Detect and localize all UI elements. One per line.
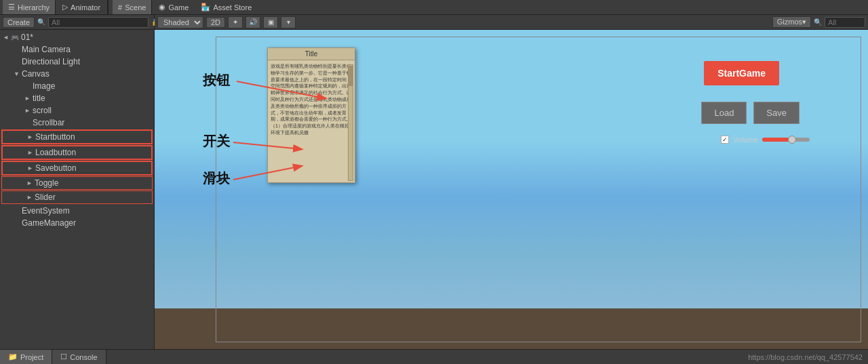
- arrow-icon: ◄: [3, 34, 11, 41]
- main-area: Create 🔍 🔒 ≡ ◄ 🎮 01* Main Camera: [0, 15, 868, 349]
- effects-button[interactable]: ▣: [263, 16, 278, 28]
- search-icon: 🔍: [37, 18, 45, 26]
- tree-item-01[interactable]: ◄ 🎮 01*: [0, 31, 154, 43]
- tree-item-toggle[interactable]: ► Toggle: [1, 176, 153, 190]
- tree-item-slider[interactable]: ► Slider: [1, 190, 153, 204]
- check-icon: ✓: [722, 136, 728, 143]
- save-button[interactable]: Save: [753, 102, 800, 124]
- bottom-bar: 📁 Project ☐ Console https://blog.csdn.ne…: [0, 349, 868, 364]
- tree-item-savebutton[interactable]: ► Savebutton: [1, 161, 153, 176]
- slider-fill: [762, 138, 789, 142]
- tab-animator[interactable]: ▷ Animator: [57, 0, 106, 14]
- store-icon: 🏪: [201, 3, 210, 12]
- button-annotation: 按钮: [203, 71, 230, 89]
- top-bar: ☰ Hierarchy ▷ Animator # Scene ◉ Game 🏪 …: [0, 0, 868, 15]
- load-button[interactable]: Load: [701, 102, 747, 124]
- toggle-annotation: 开关: [203, 132, 230, 150]
- create-button[interactable]: Create: [3, 17, 35, 28]
- audio-button[interactable]: 🔊: [245, 16, 260, 28]
- slider-thumb[interactable]: [788, 136, 796, 144]
- hierarchy-tree: ◄ 🎮 01* Main Camera Directional Light ▼ …: [0, 30, 154, 349]
- load-save-area: Load Save: [701, 102, 800, 124]
- shading-dropdown[interactable]: Shaded: [157, 16, 203, 28]
- console-icon: ☐: [60, 352, 67, 361]
- more-button[interactable]: ▾: [281, 16, 296, 28]
- 2d-button[interactable]: 2D: [206, 17, 225, 28]
- volume-toggle-checkbox[interactable]: ✓: [721, 136, 729, 144]
- tree-item-scroll[interactable]: ► scroll: [0, 104, 154, 117]
- scroll-content: 游戏是所有哺乳类动物特别是要长类动物学习生存的第一步。它是一种基于物质要求最低之…: [268, 60, 355, 178]
- tab-scene[interactable]: # Scene: [113, 0, 152, 14]
- tab-hierarchy[interactable]: ☰ Hierarchy: [3, 0, 56, 14]
- hierarchy-panel: Create 🔍 🔒 ≡ ◄ 🎮 01* Main Camera: [0, 15, 155, 349]
- tree-item-gamemanager[interactable]: GameManager: [0, 217, 154, 229]
- gizmos-search[interactable]: [825, 17, 865, 28]
- hierarchy-icon: ☰: [8, 3, 15, 12]
- scene-viewport[interactable]: 按钮 开关 滑块: [155, 30, 868, 349]
- scene-icon: #: [118, 3, 122, 12]
- tree-item-startbutton[interactable]: ► Startbutton: [1, 129, 153, 144]
- project-icon: 📁: [8, 352, 18, 361]
- tree-item-scrollbar[interactable]: Scrollbar: [0, 117, 154, 129]
- game-icon: ◉: [159, 3, 165, 12]
- bottom-url: https://blog.csdn.net/qq_42577542: [743, 353, 868, 361]
- game-area-frame: 按钮 开关 滑块: [216, 37, 861, 342]
- tree-item-title[interactable]: ► title: [0, 92, 154, 104]
- tree-item-loadbutton[interactable]: ► Loadbutton: [1, 145, 153, 160]
- scene-toolbar: Shaded 2D ✦ 🔊 ▣ ▾ Gizmos▾ 🔍: [155, 15, 868, 30]
- hierarchy-actions: Create 🔍 🔒 ≡: [0, 15, 154, 30]
- hierarchy-search[interactable]: [48, 17, 149, 28]
- animator-icon: ▷: [62, 3, 68, 12]
- light-button[interactable]: ✦: [228, 16, 243, 28]
- scroll-panel: Title 游戏是所有哺乳类动物特别是要长类动物学习生存的第一步。它是一种基于物…: [267, 47, 355, 183]
- volume-slider-track[interactable]: [762, 138, 810, 142]
- scroll-title: Title: [268, 48, 355, 60]
- tree-item-main-camera[interactable]: Main Camera: [0, 43, 154, 56]
- gizmos-button[interactable]: Gizmos▾: [772, 16, 811, 28]
- tree-item-canvas[interactable]: ▼ Canvas: [0, 68, 154, 80]
- tree-item-directional-light[interactable]: Directional Light: [0, 56, 154, 68]
- slider-annotation: 滑块: [203, 169, 230, 188]
- volume-area: ✓ Volume: [721, 136, 810, 144]
- start-game-button[interactable]: StartGame: [704, 61, 779, 85]
- scroll-scrollbar[interactable]: [348, 64, 353, 181]
- volume-label: Volume: [733, 136, 758, 144]
- tab-console[interactable]: ☐ Console: [52, 350, 106, 364]
- scene-unity-icon: 🎮: [11, 34, 19, 41]
- scroll-thumb[interactable]: [349, 66, 353, 86]
- toolbar-right: Gizmos▾ 🔍: [772, 16, 865, 28]
- tab-game[interactable]: ◉ Game: [153, 0, 194, 14]
- tree-item-image[interactable]: Image: [0, 80, 154, 92]
- tab-project[interactable]: 📁 Project: [0, 350, 52, 364]
- scene-panel: Shaded 2D ✦ 🔊 ▣ ▾ Gizmos▾ 🔍: [155, 15, 868, 349]
- tab-asset-store[interactable]: 🏪 Asset Store: [195, 0, 257, 14]
- gizmos-search-icon: 🔍: [814, 18, 822, 26]
- tree-item-eventsystem[interactable]: EventSystem: [0, 205, 154, 217]
